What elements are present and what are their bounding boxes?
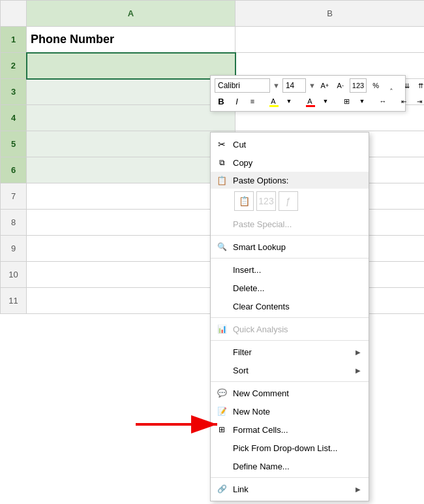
row-header-1: 1 (1, 27, 27, 53)
paste-icon-2[interactable]: 123 (256, 191, 276, 211)
cut-label: Cut (233, 140, 361, 150)
font-color-button[interactable]: A (303, 94, 316, 108)
dec-decimal-button[interactable]: ⇊ (401, 78, 414, 93)
clear-contents-label: Clear Contents (233, 302, 361, 311)
font-name-dropdown-icon[interactable]: ▼ (273, 82, 280, 89)
context-menu-insert[interactable]: Insert... (211, 260, 369, 279)
cell-a7[interactable] (27, 183, 235, 210)
bold-button[interactable]: B (215, 94, 228, 108)
quick-analysis-label: Quick Analysis (233, 324, 361, 334)
context-menu-define-name[interactable]: Define Name... (211, 457, 369, 475)
font-color-bar (306, 105, 315, 107)
context-menu: ✂ Cut ⧉ Copy 📋 Paste Options: 📋 123 ƒ Pa… (210, 132, 369, 501)
toolbar-format-row: B I ≡ A ▼ A ▼ ⊞ ▼ ↔ ⇤ ⇥ (215, 94, 401, 108)
cell-a4[interactable] (27, 105, 235, 131)
cut-icon: ✂ (216, 138, 228, 150)
cell-a3[interactable] (27, 79, 235, 105)
context-menu-quick-analysis[interactable]: 📊 Quick Analysis (211, 320, 369, 338)
row-header-8: 8 (1, 210, 27, 236)
highlight-color-button[interactable]: A (267, 94, 280, 108)
indent-left-button[interactable]: ⇤ (397, 94, 410, 108)
insert-label: Insert... (233, 265, 361, 275)
filter-arrow: ▶ (356, 349, 361, 356)
paste-icons-row: 📋 123 ƒ (211, 189, 369, 215)
separator-3 (211, 317, 369, 318)
inc-decimal-button[interactable]: ⇈ (414, 78, 424, 93)
define-name-label: Define Name... (233, 462, 361, 471)
paste-icon-1[interactable]: 📋 (234, 191, 254, 211)
border-dropdown[interactable]: ▼ (356, 94, 369, 108)
context-menu-link[interactable]: 🔗 Link ▶ (211, 480, 369, 498)
row-header-9: 9 (1, 236, 27, 262)
row-header-3: 3 (1, 79, 27, 105)
cell-a11[interactable] (27, 288, 235, 314)
row-header-11: 11 (1, 288, 27, 314)
context-menu-copy[interactable]: ⧉ Copy (211, 153, 369, 172)
cell-a9[interactable] (27, 236, 235, 262)
font-size-dropdown-icon[interactable]: ▼ (309, 82, 316, 89)
sort-arrow: ▶ (356, 367, 361, 374)
font-shrink-button[interactable]: A- (334, 78, 347, 93)
align-button[interactable]: ≡ (246, 94, 259, 108)
font-color-icon: A (307, 97, 312, 105)
paste-icon-3[interactable]: ƒ (279, 191, 298, 211)
cell-a10[interactable] (27, 262, 235, 288)
context-menu-filter[interactable]: Filter ▶ (211, 343, 369, 361)
cell-a2[interactable] (27, 53, 235, 79)
smart-lookup-icon: 🔍 (216, 241, 228, 253)
col-header-a[interactable]: A (27, 1, 235, 27)
highlight-dropdown[interactable]: ▼ (282, 94, 295, 108)
copy-label: Copy (233, 158, 361, 168)
comma-button[interactable]: ‸ (385, 78, 398, 93)
link-arrow: ▶ (356, 486, 361, 493)
filter-icon (216, 346, 228, 358)
cell-a1[interactable]: Phone Number (27, 27, 235, 53)
context-menu-sort[interactable]: Sort ▶ (211, 361, 369, 379)
mini-toolbar: ▼ ▼ A+ A- 123 % ‸ ⇊ ⇈ 🖌 B I ≡ A ▼ A ▼ ⊞ (210, 75, 406, 112)
format-cells-icon: ⊞ (216, 424, 228, 435)
context-menu-cut[interactable]: ✂ Cut (211, 135, 369, 153)
row-header-4: 4 (1, 105, 27, 131)
context-menu-new-comment[interactable]: 💬 New Comment (211, 384, 369, 402)
filter-label: Filter (233, 347, 350, 357)
new-comment-label: New Comment (233, 388, 361, 398)
paste-icon: 📋 (216, 174, 228, 186)
new-note-icon: 📝 (216, 405, 228, 417)
font-grow-button[interactable]: A+ (318, 78, 331, 93)
separator-6 (211, 477, 369, 478)
font-name-input[interactable] (215, 78, 270, 93)
context-menu-new-note[interactable]: 📝 New Note (211, 402, 369, 420)
context-menu-paste-special[interactable]: Paste Special... (211, 215, 369, 233)
font-size-input[interactable] (282, 78, 306, 93)
paste-special-icon (216, 218, 228, 230)
smart-lookup-label: Smart Lookup (233, 242, 361, 252)
font-color-dropdown[interactable]: ▼ (319, 94, 332, 108)
row-header-2: 2 (1, 53, 27, 79)
cell-a6[interactable] (27, 157, 235, 183)
context-menu-format-cells[interactable]: ⊞ Format Cells... (211, 420, 369, 439)
sort-icon (216, 364, 228, 376)
col-header-b[interactable]: B (235, 1, 425, 27)
merge-center-button[interactable]: ↔ (376, 94, 389, 108)
link-icon: 🔗 (216, 483, 228, 495)
pick-dropdown-icon (216, 442, 228, 454)
border-button[interactable]: ⊞ (340, 94, 353, 108)
context-menu-pick-dropdown[interactable]: Pick From Drop-down List... (211, 439, 369, 457)
sort-label: Sort (233, 366, 350, 375)
number-format-icon: 123 (352, 82, 364, 89)
separator-4 (211, 340, 369, 341)
cell-b1[interactable] (235, 27, 425, 53)
copy-icon: ⧉ (216, 157, 228, 168)
italic-button[interactable]: I (230, 94, 243, 108)
context-menu-clear-contents[interactable]: Clear Contents (211, 297, 369, 315)
cell-a8[interactable] (27, 210, 235, 236)
context-menu-smart-lookup[interactable]: 🔍 Smart Lookup (211, 238, 369, 256)
separator-5 (211, 381, 369, 382)
define-name-icon (216, 460, 228, 472)
format-cells-label: Format Cells... (233, 425, 361, 435)
cell-a5[interactable] (27, 131, 235, 157)
delete-icon (216, 282, 228, 294)
percent-button[interactable]: % (369, 78, 382, 93)
indent-right-button[interactable]: ⇥ (413, 94, 424, 108)
context-menu-delete[interactable]: Delete... (211, 279, 369, 297)
